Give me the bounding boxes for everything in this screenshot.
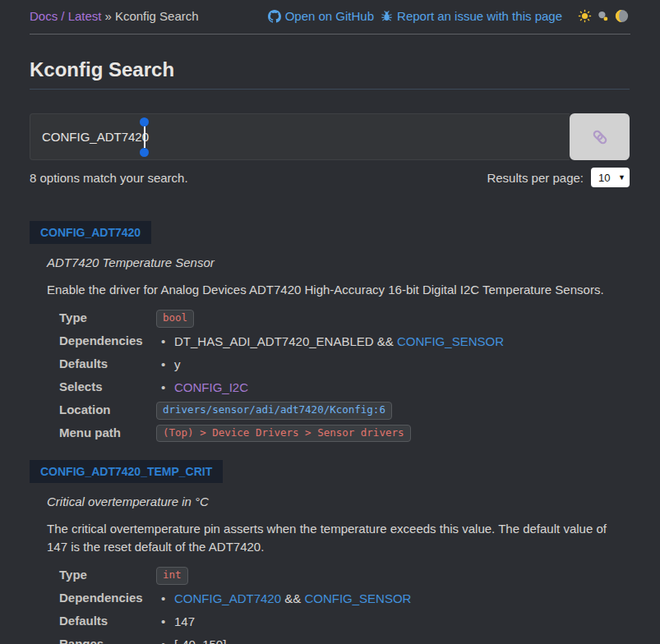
- results-list: CONFIG_ADT7420ADT7420 Temperature Sensor…: [30, 221, 630, 644]
- auto-theme-button[interactable]: [596, 9, 610, 23]
- kconfig-search-bar: [30, 113, 630, 160]
- code-badge: int: [156, 567, 188, 585]
- auto-theme-icon: [597, 12, 609, 25]
- breadcrumb-separator: »: [105, 9, 112, 23]
- results-per-page-label: Results per page:: [487, 171, 584, 185]
- code-badge: bool: [156, 310, 194, 328]
- option-properties-table: TypeintDependenciesCONFIG_ADT7420 && CON…: [59, 567, 630, 644]
- property-value: y: [156, 356, 630, 374]
- page-title: Kconfig Search: [30, 58, 630, 90]
- kconfig-option-link[interactable]: CONFIG_SENSOR: [304, 591, 411, 605]
- sun-icon: [578, 13, 592, 25]
- property-bullet-item: DT_HAS_ADI_ADT7420_ENABLED && CONFIG_SEN…: [156, 333, 630, 351]
- kconfig-result-card: CONFIG_ADT7420ADT7420 Temperature Sensor…: [30, 221, 630, 442]
- property-bullet-item: CONFIG_ADT7420 && CONFIG_SENSOR: [156, 590, 630, 608]
- property-label: Defaults: [59, 356, 156, 370]
- code-badge: drivers/sensor/adi/adt7420/Kconfig:6: [156, 402, 392, 420]
- chain-link-icon: [589, 126, 611, 148]
- breadcrumb-docs-latest-link[interactable]: Docs / Latest: [30, 9, 102, 23]
- property-label: Ranges: [59, 636, 156, 644]
- breadcrumb-current: Kconfig Search: [115, 9, 199, 23]
- kconfig-option-link[interactable]: CONFIG_SENSOR: [397, 334, 504, 348]
- results-summary: 8 options match your search.: [30, 171, 188, 185]
- expression-text: DT_HAS_ADI_ADT7420_ENABLED &&: [174, 334, 397, 348]
- selection-handle-top[interactable]: [140, 117, 149, 126]
- top-bar: Docs / Latest»Kconfig Search Open on Git…: [0, 0, 660, 25]
- results-per-page: Results per page: 10 ▼: [487, 168, 630, 187]
- results-per-page-select[interactable]: 10: [591, 168, 630, 187]
- property-label: Type: [59, 567, 156, 582]
- property-value: CONFIG_I2C: [156, 379, 630, 397]
- property-label: Dependencies: [59, 333, 156, 347]
- option-description: The critical overtemperature pin asserts…: [47, 520, 630, 556]
- result-option-name-link[interactable]: CONFIG_ADT7420: [40, 226, 141, 239]
- main-content: Kconfig Search 8 options match your sear…: [0, 58, 660, 644]
- property-value: drivers/sensor/adi/adt7420/Kconfig:6: [156, 402, 630, 420]
- property-bullet-item: 147: [156, 613, 630, 631]
- selection-handle-bottom[interactable]: [140, 148, 149, 157]
- property-bullet-list: 147: [156, 613, 630, 631]
- results-meta-row: 8 options match your search. Results per…: [30, 168, 630, 187]
- property-bullet-list: CONFIG_ADT7420 && CONFIG_SENSOR: [156, 590, 630, 608]
- property-value: (Top) > Device Drivers > Sensor drivers: [156, 425, 630, 443]
- expression-text: y: [174, 357, 181, 371]
- property-bullet-list: DT_HAS_ADI_ADT7420_ENABLED && CONFIG_SEN…: [156, 333, 630, 351]
- property-bullet-item: CONFIG_I2C: [156, 379, 630, 397]
- dark-theme-button[interactable]: [613, 7, 630, 25]
- result-card-header: CONFIG_ADT7420_TEMP_CRIT: [30, 460, 223, 483]
- property-value: int: [156, 567, 630, 585]
- option-description: Enable the driver for Analog Devices ADT…: [47, 281, 630, 299]
- theme-switcher: [577, 7, 630, 25]
- property-value: 147: [156, 613, 630, 631]
- top-actions: Open on GitHub Report an issue with this…: [268, 7, 630, 25]
- bug-icon: [381, 10, 393, 22]
- property-label: Defaults: [59, 613, 156, 628]
- property-value: DT_HAS_ADI_ADT7420_ENABLED && CONFIG_SEN…: [156, 333, 630, 351]
- open-on-github-label: Open on GitHub: [285, 9, 374, 23]
- expression-text: &&: [281, 591, 304, 605]
- property-label: Type: [59, 310, 156, 324]
- report-issue-label: Report an issue with this page: [397, 9, 562, 23]
- open-on-github-link[interactable]: Open on GitHub: [268, 9, 374, 23]
- option-prompt: Critical overtemperature in °C: [47, 494, 630, 508]
- property-bullet-item: y: [156, 356, 630, 374]
- property-value: CONFIG_ADT7420 && CONFIG_SENSOR: [156, 590, 630, 608]
- property-value: bool: [156, 310, 630, 328]
- result-card-header: CONFIG_ADT7420: [30, 221, 151, 244]
- property-label: Location: [59, 402, 156, 416]
- code-badge: (Top) > Device Drivers > Sensor drivers: [156, 425, 411, 443]
- report-issue-link[interactable]: Report an issue with this page: [381, 9, 562, 23]
- property-bullet-list: y: [156, 356, 630, 374]
- permalink-button[interactable]: [570, 113, 630, 160]
- github-icon: [268, 10, 281, 23]
- kconfig-search-input[interactable]: [30, 113, 570, 160]
- light-theme-button[interactable]: [577, 8, 593, 24]
- property-label: Selects: [59, 379, 156, 393]
- property-label: Menu path: [59, 425, 156, 439]
- expression-text: 147: [174, 614, 195, 628]
- kconfig-option-link[interactable]: CONFIG_ADT7420: [174, 591, 281, 605]
- text-cursor: [144, 126, 145, 148]
- option-properties-table: TypeboolDependenciesDT_HAS_ADI_ADT7420_E…: [59, 310, 630, 443]
- expression-text: [-40, 150]: [174, 637, 226, 644]
- result-option-name-link[interactable]: CONFIG_ADT7420_TEMP_CRIT: [40, 465, 212, 478]
- kconfig-result-card: CONFIG_ADT7420_TEMP_CRITCritical overtem…: [30, 460, 630, 644]
- kconfig-option-link[interactable]: CONFIG_I2C: [174, 380, 248, 394]
- property-bullet-list: [-40, 150]: [156, 636, 630, 644]
- option-prompt: ADT7420 Temperature Sensor: [47, 255, 630, 269]
- topbar-divider: [30, 34, 630, 34]
- breadcrumb: Docs / Latest»Kconfig Search: [30, 9, 199, 23]
- moon-icon: [614, 14, 630, 26]
- property-bullet-item: [-40, 150]: [156, 636, 630, 644]
- property-bullet-list: CONFIG_I2C: [156, 379, 630, 397]
- property-value: [-40, 150]: [156, 636, 630, 644]
- property-label: Dependencies: [59, 590, 156, 605]
